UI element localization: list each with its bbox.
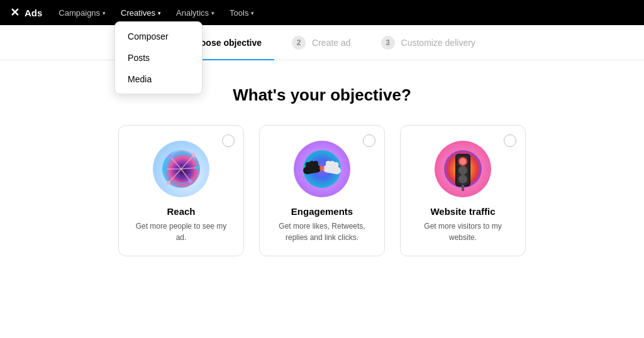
svg-rect-21: [326, 161, 331, 168]
chevron-down-icon: ▾: [158, 10, 161, 16]
card-engagements-desc: Get more likes, Retweets, replies and li…: [272, 221, 372, 243]
main-content: What's your objective?: [0, 60, 644, 256]
card-engagements-radio[interactable]: [363, 134, 375, 147]
ads-label: Ads: [25, 8, 42, 18]
step-2-label: Create ad: [312, 38, 350, 48]
engagements-illustration: [294, 141, 350, 197]
dropdown-item-composer[interactable]: Composer: [115, 26, 202, 47]
stepper-bar: 1 Choose objective 2 Create ad 3 Customi…: [0, 25, 644, 60]
svg-rect-30: [462, 185, 464, 191]
svg-point-12: [168, 155, 172, 158]
traffic-illustration: [435, 141, 491, 197]
card-website-traffic[interactable]: Website traffic Get more visitors to my …: [400, 125, 526, 256]
top-navigation: ✕ Ads Campaigns ▾ Creatives ▾ Composer P…: [0, 0, 644, 25]
reach-illustration: [153, 141, 209, 197]
svg-point-29: [458, 175, 467, 183]
svg-point-27: [460, 158, 466, 165]
traffic-svg: [438, 144, 488, 194]
step-3-label: Customize delivery: [401, 38, 475, 48]
nav-item-campaigns[interactable]: Campaigns ▾: [52, 6, 112, 20]
card-traffic-desc: Get more visitors to my website.: [413, 221, 513, 243]
card-traffic-radio[interactable]: [504, 134, 516, 147]
dropdown-item-posts[interactable]: Posts: [115, 47, 202, 68]
x-logo-icon: ✕: [10, 6, 19, 19]
step-customize-delivery[interactable]: 3 Customize delivery: [369, 36, 488, 50]
svg-point-22: [319, 166, 325, 171]
card-engagements[interactable]: Engagements Get more likes, Retweets, re…: [259, 125, 385, 256]
card-engagements-title: Engagements: [291, 206, 353, 217]
svg-point-28: [458, 166, 467, 175]
logo: ✕ Ads: [10, 6, 42, 19]
creatives-dropdown-menu: Composer Posts Media: [114, 21, 203, 94]
nav-item-creatives[interactable]: Creatives ▾: [114, 6, 167, 20]
card-traffic-title: Website traffic: [430, 206, 495, 217]
reach-svg: [156, 144, 206, 194]
svg-point-10: [167, 181, 170, 185]
svg-rect-17: [313, 161, 318, 168]
chevron-down-icon: ▾: [103, 10, 106, 16]
nav-creatives-wrapper: Creatives ▾ Composer Posts Media: [114, 6, 167, 20]
objective-heading: What's your objective?: [233, 85, 411, 105]
engagements-svg: [297, 144, 347, 194]
step-3-circle: 3: [381, 36, 395, 50]
chevron-down-icon: ▾: [251, 10, 254, 16]
svg-point-11: [164, 167, 167, 171]
card-reach-title: Reach: [167, 206, 195, 217]
card-reach-desc: Get more people to see my ad.: [131, 221, 231, 243]
svg-point-8: [195, 166, 199, 170]
nav-item-analytics[interactable]: Analytics ▾: [170, 6, 221, 20]
card-reach-radio[interactable]: [222, 134, 235, 147]
nav-item-tools[interactable]: Tools ▾: [223, 6, 260, 20]
objective-cards-row: Reach Get more people to see my ad.: [118, 125, 526, 256]
step-create-ad[interactable]: 2 Create ad: [279, 36, 363, 50]
card-reach[interactable]: Reach Get more people to see my ad.: [118, 125, 244, 256]
chevron-down-icon: ▾: [211, 10, 214, 16]
step-2-circle: 2: [292, 36, 306, 50]
dropdown-item-media[interactable]: Media: [115, 68, 202, 90]
